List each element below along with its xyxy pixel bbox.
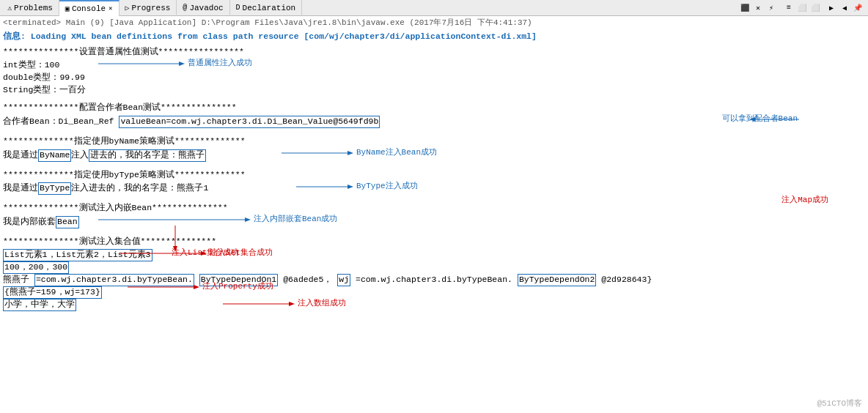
toolbar-icons: ⬛ ✕ ⚡ ≡ ⬜ ⬜ ▶ ◀ 📌: [739, 2, 867, 14]
tab-problems[interactable]: ⚠ Problems: [1, 0, 59, 16]
list-box: List元素1，List元素2，List元素3: [3, 249, 152, 261]
school-line: 小学，中学，大学: [3, 299, 865, 311]
tab-problems-label: Problems: [14, 4, 53, 12]
console-icon: ▣: [65, 4, 70, 13]
tab-javadoc-label: Javadoc: [189, 4, 223, 12]
section-partner-bean: ***************配置合作者Bean测试**************…: [3, 102, 865, 128]
sep-4: **************指定使用byType策略测试************…: [3, 169, 865, 182]
byname-line: 我是通过ByName注入进去的，我的名字是：熊燕子: [3, 149, 865, 162]
declaration-icon: D: [236, 4, 240, 12]
section-inner-bean: ***************测试注入内嵌Bean***************…: [3, 202, 865, 228]
toolbar-btn-pin[interactable]: 📌: [852, 2, 864, 14]
sep-5: ***************测试注入内嵌Bean***************: [3, 202, 865, 215]
byname-box2: 进去的，我的名字是：熊燕子: [89, 149, 206, 162]
console-close-icon[interactable]: ✕: [108, 4, 112, 12]
terminated-line: <terminated> Main (9) [Java Application]…: [3, 18, 865, 29]
tab-progress-label: Progress: [132, 4, 171, 12]
toolbar-btn-3[interactable]: ⚡: [765, 2, 777, 14]
toolbar-btn-4[interactable]: ≡: [783, 2, 795, 14]
section-basic-props: ***************设置普通属性值测试****************…: [3, 46, 865, 97]
school-box: 小学，中学，大学: [3, 299, 76, 311]
tab-bar: ⚠ Problems ▣ Console ✕ ▷ Progress @ Java…: [0, 0, 868, 16]
watermark: @51CTO博客: [817, 398, 862, 409]
javadoc-icon: @: [183, 4, 187, 12]
inner-bean-line: 我是内部嵌套Bean: [3, 216, 865, 228]
toolbar-btn-7[interactable]: ▶: [825, 2, 837, 14]
tab-javadoc[interactable]: @ Javadoc: [177, 0, 229, 16]
toolbar-btn-2[interactable]: ✕: [752, 2, 764, 14]
sep-3: **************指定使用byName策略测试************…: [3, 135, 865, 148]
string-line: String类型：一百分: [3, 84, 865, 97]
toolbar-btn-5[interactable]: ⬜: [796, 2, 808, 14]
bytype-line: 我是通过ByType注入进去的，我的名字是：熊燕子1: [3, 182, 865, 195]
complex-box-2: ByTypeDependOn1: [199, 274, 279, 286]
progress-icon: ▷: [125, 4, 130, 12]
toolbar-btn-8[interactable]: ◀: [839, 2, 850, 14]
partner-bean-value-box: valueBean=com.wj.chapter3.di.Di_Bean_Val…: [119, 116, 380, 128]
sep-6: ***************测试注入集合值***************: [3, 236, 865, 248]
partner-bean-line: 合作者Bean：Di_Bean_Ref valueBean=com.wj.cha…: [3, 116, 865, 128]
sep-2: ***************配置合作者Bean测试**************…: [3, 102, 865, 114]
sep-1: ***************设置普通属性值测试****************…: [3, 46, 865, 59]
list-elements-line: List元素1，List元素2，List元素3: [3, 249, 865, 261]
section-collection: ***************测试注入集合值*************** Li…: [3, 236, 865, 311]
console-wrapper: <terminated> Main (9) [Java Application]…: [0, 16, 868, 412]
complex-line-1: 熊燕子 =com.wj.chapter3.di.byTypeBean. ByTy…: [3, 274, 865, 286]
int-line: int类型：100: [3, 59, 865, 72]
map-values-line: {熊燕子=159，wj=173}: [3, 286, 865, 299]
tab-console-label: Console: [72, 4, 106, 13]
tab-declaration[interactable]: D Declaration: [230, 0, 303, 16]
complex-box-4: ByTypeDependOn2: [518, 274, 597, 286]
section-bytype: **************指定使用byType策略测试************…: [3, 169, 865, 196]
problems-icon: ⚠: [7, 4, 12, 12]
section-byname: **************指定使用byName策略测试************…: [3, 135, 865, 162]
complex-box-1: =com.wj.chapter3.di.byTypeBean.: [34, 274, 194, 286]
int-list-line: 100，200，300: [3, 261, 865, 274]
int-list-box: 100，200，300: [3, 261, 69, 274]
byname-box1: ByName: [38, 149, 71, 162]
toolbar-btn-1[interactable]: ⬛: [739, 2, 751, 14]
console-area[interactable]: <terminated> Main (9) [Java Application]…: [0, 16, 868, 412]
info-line: 信息: Loading XML bean definitions from cl…: [3, 31, 865, 43]
double-line: double类型：99.99: [3, 72, 865, 84]
inner-bean-box: Bean: [56, 216, 79, 228]
tab-console[interactable]: ▣ Console ✕: [59, 0, 119, 16]
complex-box-3: wj: [337, 274, 350, 286]
bytype-box: ByType: [38, 182, 71, 195]
tab-progress[interactable]: ▷ Progress: [119, 0, 177, 16]
tab-declaration-label: Declaration: [243, 4, 296, 12]
toolbar-btn-6[interactable]: ⬜: [809, 2, 821, 14]
map-values-box: {熊燕子=159，wj=173}: [3, 286, 102, 299]
